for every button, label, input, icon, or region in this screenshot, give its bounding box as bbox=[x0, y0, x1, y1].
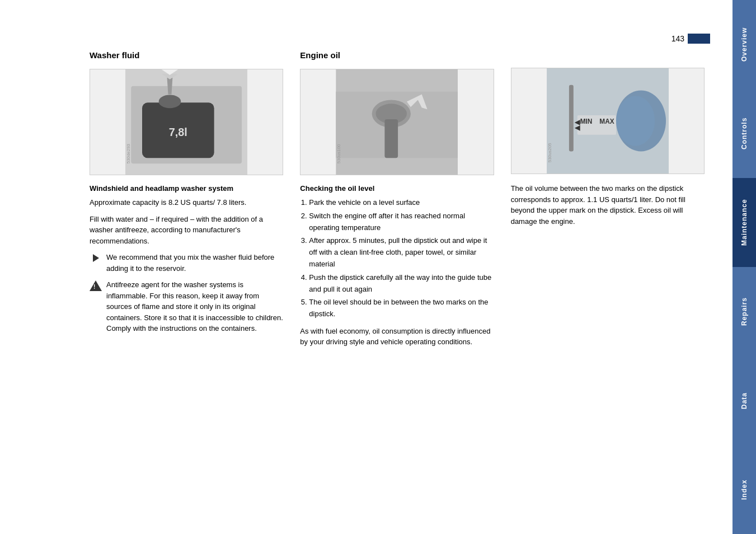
washer-fluid-column: Washer fluid 7,8l bbox=[90, 50, 300, 353]
oil-step-5: The oil level should be in between the t… bbox=[309, 297, 494, 320]
warning-triangle-icon bbox=[90, 279, 102, 292]
sidebar-tab-maintenance-label: Maintenance bbox=[740, 199, 748, 246]
oil-volume-body-text: The oil volume between the two marks on … bbox=[511, 183, 705, 227]
oil-volume-column: MIN MAX 530us205 The oil volume between … bbox=[511, 50, 710, 353]
page-number-area: 143 bbox=[672, 34, 710, 44]
svg-point-5 bbox=[159, 95, 181, 109]
sidebar-tab-index-label: Index bbox=[740, 479, 748, 499]
play-icon bbox=[90, 252, 102, 264]
sidebar-tab-controls-label: Controls bbox=[740, 118, 748, 149]
sidebar-tab-overview[interactable]: Overview bbox=[732, 0, 756, 89]
oil-step-1: Park the vehicle on a level surface bbox=[309, 197, 494, 209]
sidebar-tab-controls[interactable]: Controls bbox=[732, 89, 756, 178]
oil-step-4: Push the dipstick carefully all the way … bbox=[309, 272, 494, 296]
washer-warning-text: Antifreeze agent for the washer systems … bbox=[106, 279, 283, 334]
svg-text:MIN: MIN bbox=[580, 118, 592, 125]
column-title-spacer bbox=[511, 50, 705, 68]
washer-capacity-text: Approximate capacity is 8.2 US quarts/ 7… bbox=[90, 197, 283, 208]
washer-warning-box: Antifreeze agent for the washer systems … bbox=[90, 279, 283, 334]
svg-rect-21 bbox=[569, 85, 574, 152]
engine-oil-title: Engine oil bbox=[300, 50, 494, 60]
engine-oil-svg: 530us100 bbox=[300, 69, 493, 175]
svg-text:7,8l: 7,8l bbox=[169, 126, 187, 138]
washer-note-mix-box: We recommend that you mix the washer flu… bbox=[90, 252, 283, 274]
washer-fluid-svg: 7,8l 530de293 bbox=[90, 69, 283, 175]
columns-container: Washer fluid 7,8l bbox=[90, 50, 710, 353]
sidebar-tab-overview-label: Overview bbox=[740, 27, 748, 62]
svg-point-20 bbox=[616, 96, 655, 146]
sidebar-tab-repairs-label: Repairs bbox=[740, 297, 748, 326]
page-number: 143 bbox=[672, 34, 684, 43]
dipstick-diagram: MIN MAX 530us205 bbox=[511, 68, 705, 174]
oil-step-3: After approx. 5 minutes, pull the dipsti… bbox=[309, 235, 494, 270]
washer-note-mix-text: We recommend that you mix the washer flu… bbox=[106, 252, 283, 274]
washer-fill-text: Fill with water and – if required – with… bbox=[90, 214, 283, 247]
washer-fluid-diagram: 7,8l 530de293 bbox=[90, 69, 283, 175]
washer-fluid-title: Washer fluid bbox=[90, 50, 283, 60]
engine-oil-diagram: 530us100 bbox=[300, 69, 494, 175]
oil-step-2: Switch the engine off after it has reach… bbox=[309, 210, 494, 234]
svg-text:MAX: MAX bbox=[599, 118, 614, 125]
sidebar: Overview Controls Maintenance Repairs Da… bbox=[732, 0, 756, 534]
svg-text:530us100: 530us100 bbox=[337, 144, 342, 163]
main-content: 143 Washer fluid bbox=[0, 0, 732, 534]
sidebar-tab-data[interactable]: Data bbox=[732, 356, 756, 445]
dipstick-svg: MIN MAX 530us205 bbox=[511, 68, 704, 174]
oil-steps-list: Park the vehicle on a level surface Swit… bbox=[309, 197, 494, 320]
sidebar-tab-maintenance[interactable]: Maintenance bbox=[732, 178, 756, 267]
oil-subsection-title: Checking the oil level bbox=[300, 184, 494, 193]
page-container: 143 Washer fluid bbox=[0, 0, 756, 534]
oil-consumption-text: As with fuel economy, oil consumption is… bbox=[300, 326, 494, 348]
sidebar-tab-data-label: Data bbox=[740, 392, 748, 409]
sidebar-tab-repairs[interactable]: Repairs bbox=[732, 267, 756, 356]
washer-subsection-title: Windshield and headlamp washer system bbox=[90, 184, 283, 193]
svg-rect-14 bbox=[385, 119, 398, 158]
page-number-block bbox=[688, 34, 710, 44]
svg-text:530de293: 530de293 bbox=[126, 143, 131, 163]
engine-oil-column: Engine oil 530u bbox=[300, 50, 510, 353]
sidebar-tab-index[interactable]: Index bbox=[732, 445, 756, 534]
svg-text:530us205: 530us205 bbox=[547, 143, 552, 162]
